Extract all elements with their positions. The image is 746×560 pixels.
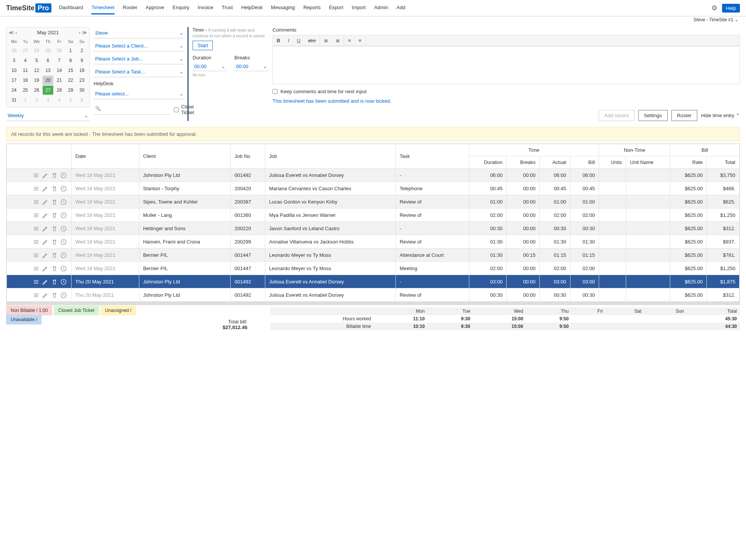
drag-icon[interactable]	[33, 251, 40, 258]
edit-icon[interactable]	[42, 185, 49, 192]
col-actual[interactable]: Actual	[539, 156, 570, 169]
cal-day[interactable]: 13	[43, 66, 53, 75]
clock-icon[interactable]	[60, 291, 67, 298]
duration-select[interactable]: 00:00⌄	[193, 62, 227, 71]
client-select[interactable]: Please Select a Client...⌄	[94, 40, 185, 51]
cal-day[interactable]: 3	[9, 56, 19, 65]
drag-icon[interactable]	[33, 185, 40, 192]
keep-check[interactable]: Keep comments and time for next input	[273, 89, 740, 94]
cal-day[interactable]: 3	[43, 95, 53, 105]
delete-icon[interactable]	[51, 225, 58, 232]
table-row[interactable]: Wed 19 May 2021Muller - Lang001360Mya Pa…	[7, 208, 740, 222]
clock-icon[interactable]	[60, 278, 67, 285]
keep-checkbox[interactable]	[273, 89, 277, 94]
table-row[interactable]: Thu 20 May 2021Johnston Pty Ltd001492Jul…	[7, 275, 740, 288]
delete-icon[interactable]	[51, 198, 58, 205]
nav-admin[interactable]: Admin	[374, 2, 388, 14]
cal-day[interactable]: 28	[31, 46, 42, 55]
drag-icon[interactable]	[33, 172, 40, 178]
italic-button[interactable]: I	[284, 35, 293, 46]
cal-next[interactable]: › ≫	[79, 30, 87, 35]
clock-icon[interactable]	[60, 185, 67, 192]
edit-icon[interactable]	[42, 251, 49, 258]
ul-button[interactable]: ≡	[355, 35, 365, 46]
cal-day[interactable]: 4	[20, 56, 31, 65]
cal-day[interactable]: 2	[77, 46, 87, 55]
cal-day[interactable]: 16	[77, 66, 87, 75]
edit-icon[interactable]	[42, 198, 49, 205]
nav-enquiry[interactable]: Enquiry	[172, 2, 189, 14]
table-row[interactable]: Wed 19 May 2021Stanton - Torphy200420Mar…	[7, 182, 740, 195]
settings-button[interactable]: Settings	[638, 110, 668, 121]
cal-day[interactable]: 29	[65, 86, 76, 95]
cal-day[interactable]: 30	[54, 46, 65, 55]
cal-day[interactable]: 24	[9, 86, 19, 95]
cal-day[interactable]: 9	[77, 56, 87, 65]
table-row[interactable]: Thu 20 May 2021Johnston Pty Ltd001492Jul…	[7, 288, 740, 302]
edit-icon[interactable]	[42, 238, 49, 245]
roster-button[interactable]: Roster	[671, 110, 697, 121]
table-row[interactable]: Wed 19 May 2021Sipes, Towne and Kohler20…	[7, 195, 740, 208]
cal-day[interactable]: 4	[54, 95, 65, 105]
delete-icon[interactable]	[51, 172, 58, 178]
nav-export[interactable]: Export	[329, 2, 343, 14]
nav-approve[interactable]: Approve	[146, 2, 164, 14]
cal-prev[interactable]: ≪ ‹	[9, 30, 17, 35]
drag-icon[interactable]	[33, 278, 40, 285]
nav-dashboard[interactable]: Dashboard	[59, 2, 83, 14]
cal-day[interactable]: 22	[65, 76, 76, 85]
delete-icon[interactable]	[51, 212, 58, 218]
cal-day[interactable]: 11	[20, 66, 31, 75]
cal-day[interactable]: 20	[43, 76, 53, 85]
delete-icon[interactable]	[51, 185, 58, 192]
edit-icon[interactable]	[42, 278, 49, 285]
cal-day[interactable]: 5	[31, 56, 42, 65]
col-date[interactable]: Date	[72, 144, 139, 169]
cal-day[interactable]: 1	[65, 46, 76, 55]
cal-day[interactable]: 21	[54, 76, 65, 85]
edit-icon[interactable]	[42, 225, 49, 232]
breaks-select[interactable]: 00:00⌄	[234, 62, 269, 71]
cal-day[interactable]: 18	[20, 76, 31, 85]
clock-icon[interactable]	[60, 212, 67, 218]
col-total[interactable]: Total	[707, 156, 740, 169]
cal-day[interactable]: 1	[20, 95, 31, 105]
start-button[interactable]: Start	[193, 41, 213, 50]
nav-messaging[interactable]: Messaging	[271, 2, 295, 14]
drag-icon[interactable]	[33, 212, 40, 218]
col-rate[interactable]: Rate	[670, 156, 707, 169]
table-row[interactable]: Wed 19 May 2021Hansen, Frami and Crona20…	[7, 235, 740, 248]
person-select[interactable]: Steve⌄	[94, 27, 185, 38]
clock-icon[interactable]	[60, 225, 67, 232]
cal-day[interactable]: 26	[31, 86, 42, 95]
delete-icon[interactable]	[51, 291, 58, 298]
cal-day[interactable]: 6	[43, 56, 53, 65]
edit-icon[interactable]	[42, 212, 49, 218]
cal-day[interactable]: 23	[77, 76, 87, 85]
col-job[interactable]: Job	[265, 144, 396, 169]
delete-icon[interactable]	[51, 251, 58, 258]
cal-day[interactable]: 25	[20, 86, 31, 95]
col-bill[interactable]: Bill	[570, 156, 599, 169]
col-jobno[interactable]: Job No	[231, 144, 265, 169]
close-ticket-checkbox[interactable]	[174, 107, 179, 112]
cal-day[interactable]: 12	[31, 66, 42, 75]
search-input[interactable]	[94, 104, 170, 115]
clock-icon[interactable]	[60, 172, 67, 178]
task-select[interactable]: Please Select a Task...⌄	[94, 66, 185, 77]
table-row[interactable]: Wed 19 May 2021Bernier P/L001447Leonardo…	[7, 248, 740, 262]
cal-day[interactable]: 19	[31, 76, 42, 85]
nav-roster[interactable]: Roster	[123, 2, 137, 14]
nav-timesheet[interactable]: Timesheet	[91, 2, 114, 14]
cal-day[interactable]: 15	[65, 66, 76, 75]
outdent-button[interactable]: ≣	[332, 35, 344, 46]
cal-day[interactable]: 29	[43, 46, 53, 55]
table-row[interactable]: Wed 19 May 2021Johnston Pty Ltd001492Jul…	[7, 169, 740, 182]
cal-day[interactable]: 27	[43, 86, 53, 95]
cal-day[interactable]: 6	[77, 95, 87, 105]
nav-reports[interactable]: Reports	[303, 2, 321, 14]
cal-day[interactable]: 27	[20, 46, 31, 55]
user-switcher[interactable]: Steve - TimeSite #1 ⌄	[0, 16, 746, 23]
delete-icon[interactable]	[51, 278, 58, 285]
nav-helpdesk[interactable]: HelpDesk	[241, 2, 263, 14]
